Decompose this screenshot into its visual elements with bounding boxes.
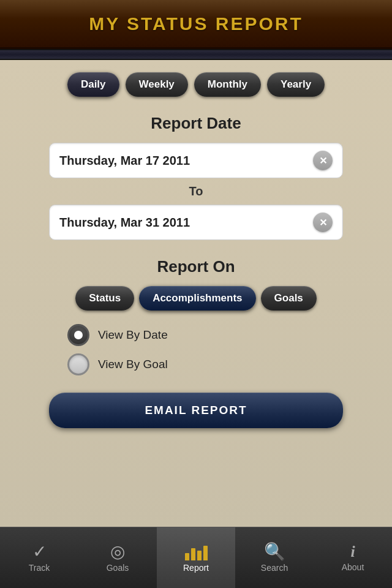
to-date-field[interactable]: Thursday, Mar 31 2011 ✕ [49,205,343,240]
nav-report[interactable]: Report [157,527,235,588]
nav-goals-label: Goals [107,563,129,573]
check-icon: ✓ [32,543,47,560]
to-label: To [189,184,203,198]
main-content: Daily Weekly Monthly Yearly Report Date … [0,60,392,527]
radio-circle-date [67,324,89,346]
view-by-date-label: View By Date [98,328,168,342]
nav-goals[interactable]: ◎ Goals [78,527,157,588]
nav-track[interactable]: ✓ Track [0,527,78,588]
nav-track-label: Track [29,563,50,573]
nav-search-label: Search [261,563,288,573]
to-date-text: Thursday, Mar 31 2011 [59,216,190,230]
nav-about-label: About [342,562,364,572]
radio-circle-goal [67,353,89,375]
app-title: MY STATUS REPORT [89,13,303,34]
info-icon: i [350,544,355,560]
radio-view-by-goal[interactable]: View By Goal [67,353,168,375]
report-on-section: Report On Status Accomplishments Goals V… [18,257,374,428]
tab-status[interactable]: Status [75,286,134,311]
tab-weekly[interactable]: Weekly [126,72,188,97]
tab-goals[interactable]: Goals [261,286,317,311]
from-date-field[interactable]: Thursday, Mar 17 2011 ✕ [49,143,343,178]
tab-yearly[interactable]: Yearly [267,72,325,97]
nav-about[interactable]: i About [314,527,392,588]
leather-divider [0,49,392,60]
tab-accomplishments[interactable]: Accomplishments [139,286,255,311]
bottom-nav: ✓ Track ◎ Goals Report 🔍 Search i About [0,527,392,588]
view-options: View By Date View By Goal [67,324,168,375]
period-tabs: Daily Weekly Monthly Yearly [18,72,374,97]
report-on-tabs: Status Accomplishments Goals [75,286,317,311]
from-date-text: Thursday, Mar 17 2011 [59,154,190,168]
email-report-button[interactable]: EMAIL REPORT [49,393,343,428]
clear-to-date-button[interactable]: ✕ [313,213,333,232]
tab-daily[interactable]: Daily [67,72,119,97]
nav-report-label: Report [183,563,209,573]
report-date-title: Report Date [151,114,241,133]
nav-search[interactable]: 🔍 Search [235,527,314,588]
radio-view-by-date[interactable]: View By Date [67,324,168,346]
view-by-goal-label: View By Goal [98,358,168,371]
app-header: MY STATUS REPORT [0,0,392,49]
bar-chart-icon [185,543,208,560]
search-icon: 🔍 [264,543,285,560]
radio-inner-date [74,331,83,339]
report-on-title: Report On [157,257,235,276]
target-icon: ◎ [110,543,125,560]
tab-monthly[interactable]: Monthly [194,72,261,97]
clear-from-date-button[interactable]: ✕ [313,151,333,170]
